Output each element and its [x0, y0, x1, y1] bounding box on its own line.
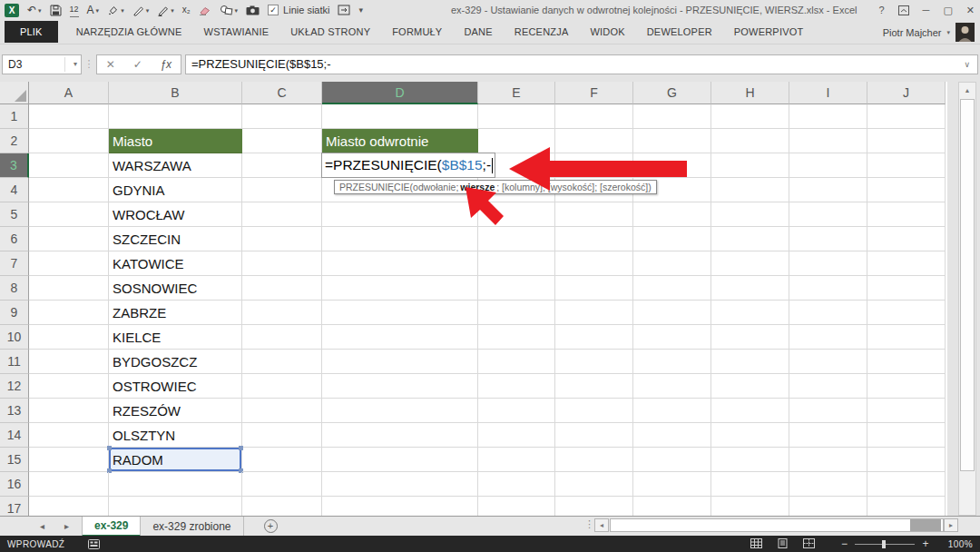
- cell-G5[interactable]: [633, 202, 711, 227]
- cell-H14[interactable]: [711, 423, 789, 448]
- cell-D1[interactable]: [322, 104, 478, 129]
- cell-E11[interactable]: [478, 350, 555, 374]
- cell-I17[interactable]: [789, 497, 867, 516]
- cell-D11[interactable]: [322, 350, 478, 374]
- cell-J13[interactable]: [867, 399, 946, 423]
- undo-button[interactable]: ↶▾: [27, 3, 42, 17]
- ribbon-tab-narzędzia-główne[interactable]: NARZĘDZIA GŁÓWNE: [65, 20, 193, 44]
- cell-J14[interactable]: [867, 423, 946, 448]
- horizontal-scrollbar[interactable]: [610, 518, 944, 532]
- row-header-8[interactable]: 8: [0, 276, 29, 301]
- cell-A1[interactable]: [29, 104, 109, 129]
- cell-J8[interactable]: [867, 276, 946, 301]
- cell-I15[interactable]: [789, 448, 867, 472]
- cell-G14[interactable]: [633, 423, 711, 448]
- column-header-B[interactable]: B: [109, 82, 242, 104]
- cell-B3[interactable]: WARSZAWA: [109, 153, 242, 178]
- gridlines-checkbox[interactable]: ✓ Linie siatki: [268, 3, 329, 17]
- page-break-view-icon[interactable]: [803, 538, 815, 550]
- cell-C7[interactable]: [242, 251, 322, 276]
- save-icon[interactable]: [50, 3, 62, 17]
- cell-I13[interactable]: [789, 399, 867, 423]
- cell-F16[interactable]: [555, 472, 633, 497]
- cell-J3[interactable]: [867, 153, 946, 178]
- cell-D12[interactable]: [322, 374, 478, 399]
- switch-windows-icon[interactable]: [338, 3, 350, 17]
- cell-I11[interactable]: [789, 350, 867, 374]
- cell-D7[interactable]: [322, 251, 478, 276]
- cell-A14[interactable]: [29, 423, 109, 448]
- cell-I1[interactable]: [789, 104, 867, 129]
- row-header-11[interactable]: 11: [0, 350, 29, 374]
- restore-icon[interactable]: ▢: [943, 5, 952, 16]
- row-header-1[interactable]: 1: [0, 104, 29, 129]
- cell-A10[interactable]: [29, 325, 109, 350]
- cell-B15[interactable]: RADOM: [109, 448, 242, 472]
- cell-C15[interactable]: [242, 448, 322, 472]
- cell-C10[interactable]: [242, 325, 322, 350]
- row-header-10[interactable]: 10: [0, 325, 29, 350]
- cell-J5[interactable]: [867, 202, 946, 227]
- zoom-slider-thumb[interactable]: [882, 540, 886, 548]
- cell-C16[interactable]: [242, 472, 322, 497]
- cell-B11[interactable]: BYDGOSZCZ: [109, 350, 242, 374]
- column-header-D[interactable]: D: [322, 82, 478, 104]
- cell-E10[interactable]: [478, 325, 555, 350]
- help-icon[interactable]: ?: [878, 5, 884, 15]
- cell-D8[interactable]: [322, 276, 478, 301]
- cell-B9[interactable]: ZABRZE: [109, 301, 242, 325]
- subscript-icon[interactable]: x₂: [182, 3, 191, 17]
- cell-J15[interactable]: [867, 448, 946, 472]
- cell-F7[interactable]: [555, 251, 633, 276]
- zoom-slider[interactable]: [855, 540, 915, 548]
- name-box-dropdown-icon[interactable]: ▾: [74, 55, 77, 74]
- cell-D5[interactable]: [322, 202, 478, 227]
- cell-E8[interactable]: [478, 276, 555, 301]
- row-header-2[interactable]: 2: [0, 129, 29, 153]
- scroll-left-icon[interactable]: ◂: [594, 518, 609, 532]
- cell-A3[interactable]: [29, 153, 109, 178]
- cell-D9[interactable]: [322, 301, 478, 325]
- cell-F8[interactable]: [555, 276, 633, 301]
- cell-J7[interactable]: [867, 251, 946, 276]
- row-header-4[interactable]: 4: [0, 178, 29, 202]
- cell-J9[interactable]: [867, 301, 946, 325]
- row-header-13[interactable]: 13: [0, 399, 29, 423]
- cell-E6[interactable]: [478, 227, 555, 251]
- cell-E1[interactable]: [478, 104, 555, 129]
- cell-F6[interactable]: [555, 227, 633, 251]
- active-cell-editor[interactable]: =PRZESUNIĘCIE($B$15;-: [321, 153, 495, 178]
- cell-E7[interactable]: [478, 251, 555, 276]
- cell-G12[interactable]: [633, 374, 711, 399]
- cell-B8[interactable]: SOSNOWIEC: [109, 276, 242, 301]
- cell-C5[interactable]: [242, 202, 322, 227]
- column-header-E[interactable]: E: [478, 82, 555, 104]
- cell-C6[interactable]: [242, 227, 322, 251]
- number-format-icon[interactable]: 12: [70, 3, 79, 17]
- cell-I8[interactable]: [789, 276, 867, 301]
- row-header-6[interactable]: 6: [0, 227, 29, 251]
- font-color-icon[interactable]: A▾: [87, 3, 100, 17]
- formula-bar-handle-icon[interactable]: ⋮: [82, 58, 96, 70]
- cell-C8[interactable]: [242, 276, 322, 301]
- add-sheet-icon[interactable]: +: [264, 519, 278, 533]
- cell-J17[interactable]: [867, 497, 946, 516]
- cell-F1[interactable]: [555, 104, 633, 129]
- user-avatar[interactable]: [956, 23, 975, 42]
- horizontal-scrollbar-thumb[interactable]: [910, 519, 941, 531]
- cell-H2[interactable]: [711, 129, 789, 153]
- cell-G10[interactable]: [633, 325, 711, 350]
- cell-E2[interactable]: [478, 129, 555, 153]
- customize-qat-icon[interactable]: ▾: [358, 3, 363, 17]
- cell-D17[interactable]: [322, 497, 478, 516]
- cell-B1[interactable]: [109, 104, 242, 129]
- ribbon-tab-dane[interactable]: DANE: [453, 20, 503, 44]
- cell-F13[interactable]: [555, 399, 633, 423]
- row-header-7[interactable]: 7: [0, 251, 29, 276]
- column-header-G[interactable]: G: [633, 82, 711, 104]
- cell-F10[interactable]: [555, 325, 633, 350]
- cell-B16[interactable]: [109, 472, 242, 497]
- cell-A15[interactable]: [29, 448, 109, 472]
- cell-A16[interactable]: [29, 472, 109, 497]
- ribbon-tab-układ-strony[interactable]: UKŁAD STRONY: [279, 20, 381, 44]
